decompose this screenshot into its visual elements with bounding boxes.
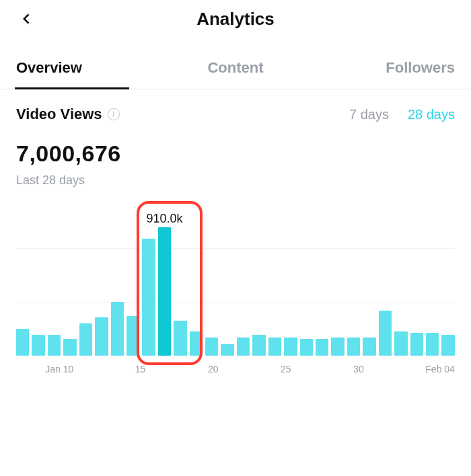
xaxis-tick [295, 364, 307, 377]
tab-label: Followers [386, 59, 455, 76]
xaxis-tick: 30 [353, 364, 365, 377]
chart-bar[interactable] [205, 338, 218, 356]
section-header-row: Video Views i 7 days 28 days [16, 106, 455, 123]
xaxis-tick [164, 364, 176, 377]
xaxis-tick [367, 364, 379, 377]
chart-bar[interactable] [284, 338, 297, 356]
xaxis-tick [120, 364, 132, 377]
chart-bars [16, 214, 455, 356]
metric-title-text: Video Views [16, 106, 102, 123]
chart-bar[interactable] [410, 333, 423, 356]
time-range-subtitle: Last 28 days [16, 173, 455, 188]
xaxis-tick: 15 [135, 364, 147, 377]
chart-bar[interactable] [237, 338, 250, 356]
info-icon[interactable]: i [108, 108, 120, 120]
xaxis-tick [382, 364, 394, 377]
chevron-left-icon [20, 12, 34, 26]
app-header: Analytics [0, 0, 471, 38]
chart-bar[interactable] [441, 335, 454, 356]
xaxis-tick: 20 [207, 364, 219, 377]
total-views-value: 7,000,676 [16, 141, 455, 167]
xaxis-tick: Jan 10 [45, 364, 73, 377]
chart-bar[interactable] [316, 339, 328, 356]
chart-bar[interactable] [331, 338, 344, 356]
xaxis-tick [338, 364, 351, 377]
xaxis-tick [251, 364, 263, 377]
page-title: Analytics [196, 9, 275, 30]
chart-bar[interactable] [16, 329, 29, 356]
range-7-days[interactable]: 7 days [349, 107, 389, 122]
chart-bar[interactable] [347, 338, 360, 356]
xaxis-tick [178, 364, 190, 377]
xaxis-tick [265, 364, 277, 377]
chart-bar[interactable] [379, 311, 392, 356]
range-28-days[interactable]: 28 days [408, 107, 455, 122]
back-button[interactable] [13, 5, 40, 32]
chart-bar[interactable] [79, 323, 92, 356]
xaxis-tick [149, 364, 161, 377]
chart-bar[interactable] [174, 321, 186, 356]
chart-bar[interactable] [48, 335, 61, 356]
tab-overview[interactable]: Overview [0, 50, 157, 89]
tab-followers[interactable]: Followers [314, 50, 471, 89]
chart-bar[interactable] [268, 338, 281, 356]
chart-bar[interactable] [142, 239, 155, 356]
xaxis-tick [396, 364, 408, 377]
xaxis-tick [192, 364, 205, 377]
tab-label: Content [207, 59, 263, 76]
xaxis-tick [31, 364, 43, 377]
chart-bar[interactable] [300, 339, 313, 356]
chart-bar[interactable] [426, 333, 439, 356]
chart-bar[interactable] [111, 302, 124, 356]
tab-bar: Overview Content Followers [0, 50, 471, 89]
chart-bar[interactable] [158, 227, 171, 356]
xaxis-tick: 25 [280, 364, 292, 377]
chart-bar[interactable] [252, 335, 265, 356]
video-views-section: Video Views i 7 days 28 days 7,000,676 L… [0, 89, 471, 188]
chart-bar[interactable] [221, 344, 233, 356]
xaxis-tick [91, 364, 103, 377]
xaxis-tick [222, 364, 234, 377]
video-views-chart[interactable]: 910.0k Jan 1015202530Feb 04 [16, 214, 455, 389]
xaxis-tick [324, 364, 336, 377]
chart-bar[interactable] [63, 339, 76, 356]
metric-title: Video Views i [16, 106, 120, 123]
xaxis-tick [16, 364, 28, 377]
tab-content[interactable]: Content [157, 50, 314, 89]
chart-bar[interactable] [32, 335, 44, 356]
chart-xaxis: Jan 1015202530Feb 04 [16, 364, 455, 377]
xaxis-tick [411, 364, 423, 377]
chart-bar[interactable] [95, 317, 108, 356]
xaxis-tick: Feb 04 [425, 364, 455, 377]
range-picker: 7 days 28 days [349, 107, 455, 122]
chart-bar[interactable] [363, 338, 375, 356]
xaxis-tick [76, 364, 88, 377]
chart-bar[interactable] [190, 331, 203, 356]
chart-bar[interactable] [394, 331, 407, 356]
chart-bar[interactable] [126, 316, 139, 356]
xaxis-tick [236, 364, 248, 377]
tab-label: Overview [16, 59, 82, 76]
xaxis-tick [309, 364, 321, 377]
xaxis-tick [106, 364, 118, 377]
